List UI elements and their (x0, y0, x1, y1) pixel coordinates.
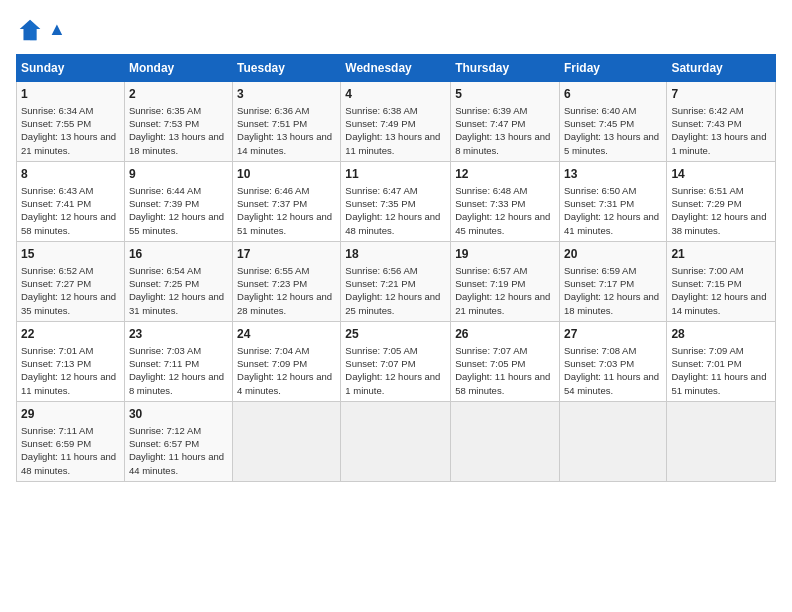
day-info: Sunrise: 7:12 AM Sunset: 6:57 PM Dayligh… (129, 424, 228, 477)
calendar-week-row: 1Sunrise: 6:34 AM Sunset: 7:55 PM Daylig… (17, 82, 776, 162)
calendar-cell: 3Sunrise: 6:36 AM Sunset: 7:51 PM Daylig… (233, 82, 341, 162)
logo-text: ▲ (48, 20, 66, 40)
day-info: Sunrise: 6:46 AM Sunset: 7:37 PM Dayligh… (237, 184, 336, 237)
calendar-cell: 9Sunrise: 6:44 AM Sunset: 7:39 PM Daylig… (124, 161, 232, 241)
day-info: Sunrise: 7:05 AM Sunset: 7:07 PM Dayligh… (345, 344, 446, 397)
calendar-body: 1Sunrise: 6:34 AM Sunset: 7:55 PM Daylig… (17, 82, 776, 482)
day-number: 4 (345, 86, 446, 103)
day-info: Sunrise: 6:47 AM Sunset: 7:35 PM Dayligh… (345, 184, 446, 237)
day-number: 18 (345, 246, 446, 263)
day-number: 17 (237, 246, 336, 263)
day-info: Sunrise: 6:59 AM Sunset: 7:17 PM Dayligh… (564, 264, 662, 317)
day-number: 16 (129, 246, 228, 263)
calendar-cell: 18Sunrise: 6:56 AM Sunset: 7:21 PM Dayli… (341, 241, 451, 321)
day-info: Sunrise: 6:39 AM Sunset: 7:47 PM Dayligh… (455, 104, 555, 157)
day-number: 21 (671, 246, 771, 263)
calendar-cell: 15Sunrise: 6:52 AM Sunset: 7:27 PM Dayli… (17, 241, 125, 321)
calendar-cell: 8Sunrise: 6:43 AM Sunset: 7:41 PM Daylig… (17, 161, 125, 241)
day-number: 26 (455, 326, 555, 343)
day-info: Sunrise: 6:42 AM Sunset: 7:43 PM Dayligh… (671, 104, 771, 157)
day-number: 28 (671, 326, 771, 343)
calendar-cell: 26Sunrise: 7:07 AM Sunset: 7:05 PM Dayli… (451, 321, 560, 401)
calendar-cell: 17Sunrise: 6:55 AM Sunset: 7:23 PM Dayli… (233, 241, 341, 321)
day-number: 22 (21, 326, 120, 343)
day-number: 15 (21, 246, 120, 263)
day-number: 5 (455, 86, 555, 103)
day-number: 30 (129, 406, 228, 423)
day-info: Sunrise: 7:04 AM Sunset: 7:09 PM Dayligh… (237, 344, 336, 397)
calendar-cell: 12Sunrise: 6:48 AM Sunset: 7:33 PM Dayli… (451, 161, 560, 241)
calendar-cell: 20Sunrise: 6:59 AM Sunset: 7:17 PM Dayli… (559, 241, 666, 321)
day-info: Sunrise: 6:50 AM Sunset: 7:31 PM Dayligh… (564, 184, 662, 237)
page-container: ▲ SundayMondayTuesdayWednesdayThursdayFr… (0, 0, 792, 490)
col-header-tuesday: Tuesday (233, 55, 341, 82)
day-info: Sunrise: 6:57 AM Sunset: 7:19 PM Dayligh… (455, 264, 555, 317)
calendar-cell (233, 401, 341, 481)
day-number: 6 (564, 86, 662, 103)
day-number: 7 (671, 86, 771, 103)
day-number: 12 (455, 166, 555, 183)
day-number: 20 (564, 246, 662, 263)
header: ▲ (16, 16, 776, 44)
calendar-week-row: 8Sunrise: 6:43 AM Sunset: 7:41 PM Daylig… (17, 161, 776, 241)
calendar-cell: 1Sunrise: 6:34 AM Sunset: 7:55 PM Daylig… (17, 82, 125, 162)
day-number: 14 (671, 166, 771, 183)
day-info: Sunrise: 6:36 AM Sunset: 7:51 PM Dayligh… (237, 104, 336, 157)
col-header-sunday: Sunday (17, 55, 125, 82)
calendar-cell (451, 401, 560, 481)
calendar-cell: 13Sunrise: 6:50 AM Sunset: 7:31 PM Dayli… (559, 161, 666, 241)
day-number: 13 (564, 166, 662, 183)
calendar-table: SundayMondayTuesdayWednesdayThursdayFrid… (16, 54, 776, 482)
calendar-cell: 23Sunrise: 7:03 AM Sunset: 7:11 PM Dayli… (124, 321, 232, 401)
day-info: Sunrise: 6:44 AM Sunset: 7:39 PM Dayligh… (129, 184, 228, 237)
day-info: Sunrise: 7:11 AM Sunset: 6:59 PM Dayligh… (21, 424, 120, 477)
day-number: 23 (129, 326, 228, 343)
day-number: 8 (21, 166, 120, 183)
day-info: Sunrise: 6:52 AM Sunset: 7:27 PM Dayligh… (21, 264, 120, 317)
calendar-week-row: 15Sunrise: 6:52 AM Sunset: 7:27 PM Dayli… (17, 241, 776, 321)
calendar-cell: 16Sunrise: 6:54 AM Sunset: 7:25 PM Dayli… (124, 241, 232, 321)
logo: ▲ (16, 16, 66, 44)
day-info: Sunrise: 6:48 AM Sunset: 7:33 PM Dayligh… (455, 184, 555, 237)
day-number: 2 (129, 86, 228, 103)
day-number: 25 (345, 326, 446, 343)
calendar-cell: 10Sunrise: 6:46 AM Sunset: 7:37 PM Dayli… (233, 161, 341, 241)
calendar-cell: 27Sunrise: 7:08 AM Sunset: 7:03 PM Dayli… (559, 321, 666, 401)
day-number: 10 (237, 166, 336, 183)
calendar-cell (667, 401, 776, 481)
day-info: Sunrise: 6:54 AM Sunset: 7:25 PM Dayligh… (129, 264, 228, 317)
col-header-saturday: Saturday (667, 55, 776, 82)
day-info: Sunrise: 7:07 AM Sunset: 7:05 PM Dayligh… (455, 344, 555, 397)
calendar-cell: 2Sunrise: 6:35 AM Sunset: 7:53 PM Daylig… (124, 82, 232, 162)
day-number: 24 (237, 326, 336, 343)
calendar-cell: 5Sunrise: 6:39 AM Sunset: 7:47 PM Daylig… (451, 82, 560, 162)
day-info: Sunrise: 7:03 AM Sunset: 7:11 PM Dayligh… (129, 344, 228, 397)
day-info: Sunrise: 6:38 AM Sunset: 7:49 PM Dayligh… (345, 104, 446, 157)
calendar-cell: 29Sunrise: 7:11 AM Sunset: 6:59 PM Dayli… (17, 401, 125, 481)
day-info: Sunrise: 7:09 AM Sunset: 7:01 PM Dayligh… (671, 344, 771, 397)
day-info: Sunrise: 7:01 AM Sunset: 7:13 PM Dayligh… (21, 344, 120, 397)
day-info: Sunrise: 6:35 AM Sunset: 7:53 PM Dayligh… (129, 104, 228, 157)
svg-marker-1 (30, 20, 40, 41)
col-header-monday: Monday (124, 55, 232, 82)
calendar-cell: 24Sunrise: 7:04 AM Sunset: 7:09 PM Dayli… (233, 321, 341, 401)
day-info: Sunrise: 6:43 AM Sunset: 7:41 PM Dayligh… (21, 184, 120, 237)
calendar-cell: 11Sunrise: 6:47 AM Sunset: 7:35 PM Dayli… (341, 161, 451, 241)
day-info: Sunrise: 7:08 AM Sunset: 7:03 PM Dayligh… (564, 344, 662, 397)
calendar-cell: 30Sunrise: 7:12 AM Sunset: 6:57 PM Dayli… (124, 401, 232, 481)
calendar-cell: 25Sunrise: 7:05 AM Sunset: 7:07 PM Dayli… (341, 321, 451, 401)
day-number: 29 (21, 406, 120, 423)
day-info: Sunrise: 6:56 AM Sunset: 7:21 PM Dayligh… (345, 264, 446, 317)
logo-icon (16, 16, 44, 44)
calendar-cell: 14Sunrise: 6:51 AM Sunset: 7:29 PM Dayli… (667, 161, 776, 241)
calendar-cell: 7Sunrise: 6:42 AM Sunset: 7:43 PM Daylig… (667, 82, 776, 162)
col-header-thursday: Thursday (451, 55, 560, 82)
day-number: 3 (237, 86, 336, 103)
day-number: 11 (345, 166, 446, 183)
day-info: Sunrise: 6:40 AM Sunset: 7:45 PM Dayligh… (564, 104, 662, 157)
day-number: 9 (129, 166, 228, 183)
day-info: Sunrise: 6:34 AM Sunset: 7:55 PM Dayligh… (21, 104, 120, 157)
logo-icon-text: ▲ (48, 19, 66, 39)
calendar-cell: 28Sunrise: 7:09 AM Sunset: 7:01 PM Dayli… (667, 321, 776, 401)
calendar-cell (559, 401, 666, 481)
